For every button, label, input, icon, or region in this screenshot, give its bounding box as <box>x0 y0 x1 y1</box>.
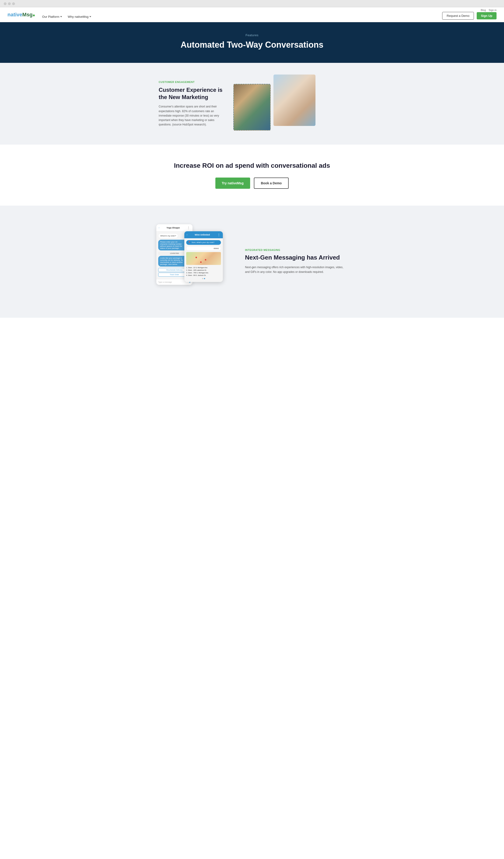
browser-dots <box>4 2 500 5</box>
messaging-section: ‹ Yoga Shoppe ⋮ Where's my order? Please… <box>0 206 504 318</box>
nav-our-platform-label: Our Platform <box>42 15 60 18</box>
logo-dot-icon <box>33 14 35 16</box>
chat-back-wine-icon: ‹ <box>187 233 187 236</box>
blog-link[interactable]: Blog <box>481 9 486 12</box>
messaging-tag: Integrated Messaging <box>245 248 348 251</box>
nav-our-platform[interactable]: Our Platform <box>42 15 62 18</box>
hero-section: Features Automated Two-Way Conversations <box>0 22 504 63</box>
chat-dot-2 <box>204 278 205 279</box>
messaging-right: Integrated Messaging Next-Gen Messaging … <box>245 248 348 274</box>
signin-link[interactable]: Sign in <box>489 9 497 12</box>
navbar-left: nativeMsg Our Platform Why nativeMsg <box>7 11 91 18</box>
cta-title: Increase ROI on ad spend with conversati… <box>9 162 495 170</box>
cta-buttons: Try nativeMsg Book a Demo <box>9 178 495 189</box>
navbar-top-links: Blog Sign in <box>481 9 497 12</box>
map-pin-2 <box>205 259 206 260</box>
hero-title: Automated Two-Way Conversations <box>7 40 497 50</box>
chat-more-icon: ⋮ <box>187 226 190 229</box>
store-item-3: 3. Store - 755 S. Michigan Ave. <box>186 271 221 274</box>
navbar-right: Request a Demo Sign Up <box>442 12 497 20</box>
chevron-down-icon-2 <box>89 16 91 17</box>
chat-dot-1 <box>202 278 203 279</box>
chat-bubble-zip-response: 60642 <box>186 246 221 251</box>
try-nativemsg-button[interactable]: Try nativeMsg <box>215 178 250 189</box>
engagement-images <box>233 77 345 131</box>
chat-bubble-delivery-status: Looks like your package is currently out… <box>158 256 187 267</box>
nav-why-nativemsg-label: Why nativeMsg <box>68 15 89 18</box>
person-image <box>273 75 315 126</box>
store-item-1: 1. Store - 22 S. Michigan Ave. <box>186 266 221 269</box>
chat-input-placeholder: Type a message <box>158 281 172 283</box>
browser-dot-minimize <box>8 2 11 5</box>
messaging-text: Next-gen messaging offers rich experienc… <box>245 265 348 274</box>
engagement-left: Customer Engagement Customer Experience … <box>159 80 224 127</box>
request-demo-button[interactable]: Request a Demo <box>442 12 474 20</box>
chat-header-yoga: ‹ Yoga Shoppe ⋮ <box>156 224 192 231</box>
map-pin-1 <box>195 257 197 258</box>
engagement-inner: Customer Engagement Customer Experience … <box>159 77 345 131</box>
nav-why-nativemsg[interactable]: Why nativeMsg <box>68 15 91 18</box>
engagement-heading: Customer Experience is the New Marketing <box>159 86 224 101</box>
engagement-tag: Customer Engagement <box>159 80 224 84</box>
hero-label: Features <box>7 33 497 37</box>
chat-bubble-zip-prompt: 📍 Sure, what's your zip code? <box>186 240 221 245</box>
messaging-inner: ‹ Yoga Shoppe ⋮ Where's my order? Please… <box>156 220 348 304</box>
engagement-section: Customer Engagement Customer Experience … <box>0 63 504 145</box>
sign-up-button[interactable]: Sign Up <box>477 12 497 19</box>
store-item-2: 2. Store - 265 Lakeshore Dr. <box>186 269 221 271</box>
chat-back-icon: ‹ <box>159 227 159 229</box>
nav-links: Our Platform Why nativeMsg <box>42 15 92 18</box>
chat-bubble-order: Where's my order? <box>158 233 178 238</box>
chat-bubble-zip-text: Sure, what's your zip code? <box>192 241 215 243</box>
browser-dot-maximize <box>12 2 15 5</box>
chevron-down-icon <box>60 16 62 17</box>
chat-pagination-dots <box>186 278 221 280</box>
store-list: 1. Store - 22 S. Michigan Ave. 2. Store … <box>186 266 221 276</box>
engagement-text: Consumer's attention spans are short and… <box>159 104 224 127</box>
chat-mock-wine: ‹ Wine Unlimited ⋮ 📍 Sure, what's your z… <box>184 231 223 282</box>
logo-native-text: native <box>7 12 22 18</box>
phone-image <box>233 84 271 131</box>
chat-more-wine-icon: ⋮ <box>217 233 221 237</box>
chat-title-yoga: Yoga Shoppe <box>167 227 180 229</box>
store-item-4: 4. Store - 99 E. Jackson Dr. <box>186 274 221 276</box>
browser-dot-close <box>4 2 6 5</box>
chat-bubble-tracking-prompt: Please enter your 10 character tracking … <box>158 240 187 251</box>
chat-body-wine: 📍 Sure, what's your zip code? 60642 1. S… <box>184 238 223 282</box>
browser-chrome <box>0 0 504 7</box>
navbar: Blog Sign in nativeMsg Our Platform Why … <box>0 7 504 22</box>
book-demo-button[interactable]: Book a Demo <box>254 178 289 189</box>
chat-mocks: ‹ Yoga Shoppe ⋮ Where's my order? Please… <box>156 220 236 304</box>
messaging-heading: Next-Gen Messaging has Arrived <box>245 254 348 262</box>
logo-msg-text: Msg <box>22 12 33 18</box>
map-image <box>186 252 221 265</box>
map-pin-3 <box>200 261 202 263</box>
cta-section: Increase ROI on ad spend with conversati… <box>0 145 504 205</box>
location-icon: 📍 <box>188 241 191 244</box>
chat-title-wine: Wine Unlimited <box>195 233 210 236</box>
chat-header-wine: ‹ Wine Unlimited ⋮ <box>184 231 223 238</box>
logo[interactable]: nativeMsg <box>7 12 35 18</box>
